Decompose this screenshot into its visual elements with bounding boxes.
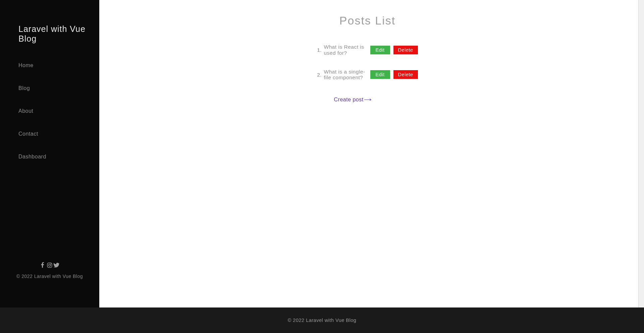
svg-point-1 [49, 264, 51, 266]
post-row: 2. What is a single-file component? Edit… [317, 69, 418, 81]
twitter-icon[interactable] [53, 262, 59, 270]
posts-list: 1. What is React is used for? Edit Delet… [317, 44, 418, 103]
sidebar-bottom: © 2022 Laravel with Vue Blog [0, 262, 99, 279]
edit-button[interactable]: Edit [370, 70, 390, 79]
sidebar-item-home[interactable]: Home [18, 62, 99, 68]
sidebar-item-about[interactable]: About [18, 108, 99, 114]
delete-button[interactable]: Delete [393, 70, 418, 79]
arrow-right-icon [364, 98, 372, 101]
sidebar-item-blog[interactable]: Blog [18, 85, 99, 91]
post-number: 2. [317, 72, 323, 78]
sidebar-nav: Home Blog About Contact Dashboard [18, 62, 99, 177]
delete-button[interactable]: Delete [393, 46, 418, 54]
create-post-link[interactable]: Create post [334, 97, 372, 103]
social-icons [0, 262, 99, 270]
svg-point-2 [51, 264, 51, 264]
sidebar: Laravel with Vue Blog Home Blog About Co… [0, 0, 99, 307]
post-row: 1. What is React is used for? Edit Delet… [317, 44, 418, 56]
facebook-icon[interactable] [40, 262, 46, 270]
footer: © 2022 Laravel with Vue Blog [0, 307, 644, 333]
scrollbar-gutter[interactable] [638, 0, 644, 307]
instagram-icon[interactable] [47, 262, 53, 270]
edit-button[interactable]: Edit [370, 46, 390, 54]
post-number: 1. [317, 47, 323, 53]
post-title: What is React is used for? [324, 44, 369, 56]
footer-copyright: © 2022 Laravel with Vue Blog [288, 318, 357, 323]
main-content: Posts List 1. What is React is used for?… [99, 0, 638, 307]
post-title: What is a single-file component? [324, 69, 369, 81]
create-post-label: Create post [334, 97, 364, 103]
sidebar-copyright: © 2022 Laravel with Vue Blog [0, 274, 99, 279]
brand-title: Laravel with Vue Blog [18, 24, 99, 44]
page-title: Posts List [339, 14, 395, 27]
sidebar-item-dashboard[interactable]: Dashboard [18, 154, 99, 160]
sidebar-item-contact[interactable]: Contact [18, 131, 99, 137]
